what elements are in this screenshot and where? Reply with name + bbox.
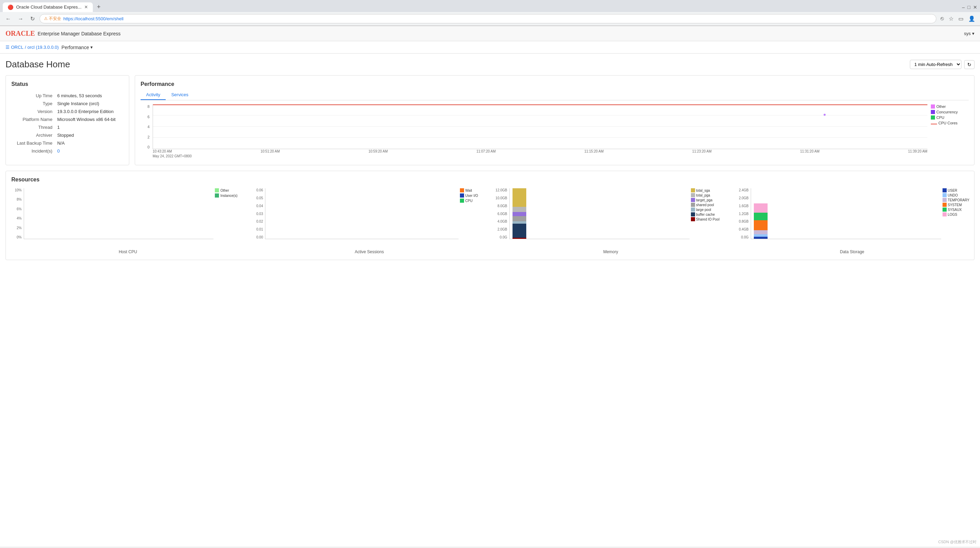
active-sessions-title: Active Sessions (253, 249, 486, 254)
address-bar[interactable]: ⚠ 不安全 https://localhost:5500/em/shell (40, 14, 936, 23)
buffer-cache-bar (512, 224, 526, 238)
page-content: Database Home 1 min Auto-Refresh ↻ Statu… (0, 54, 980, 265)
status-value: Single Instance (orcl) (57, 100, 123, 107)
status-table: Up Time6 minutes, 53 secondsTypeSingle I… (11, 91, 123, 155)
chart-date: May 24, 2022 GMT+0800 (153, 154, 192, 158)
performance-dropdown-icon: ▾ (91, 44, 93, 50)
main-grid: Status Up Time6 minutes, 53 secondsTypeS… (5, 75, 975, 165)
performance-label: Performance (62, 44, 89, 50)
security-warning-icon: ⚠ 不安全 (44, 16, 61, 22)
new-tab-button[interactable]: + (94, 2, 103, 12)
close-icon[interactable]: ✕ (973, 5, 977, 10)
refresh-select[interactable]: 1 min Auto-Refresh (910, 60, 961, 69)
active-sessions-chart: 0.00 0.01 0.02 0.03 0.04 0.05 0.06 (253, 188, 486, 254)
legend-other: Other (215, 188, 244, 192)
tab-favicon: 🔴 (8, 5, 13, 10)
status-card: Status Up Time6 minutes, 53 secondsTypeS… (5, 75, 129, 165)
system-bar (754, 220, 768, 230)
legend-userio-color (460, 194, 464, 197)
performance-chart: 0 2 4 6 8 (141, 105, 969, 159)
bookmark-icon[interactable]: ☆ (947, 14, 955, 23)
maximize-icon[interactable]: □ (967, 5, 970, 10)
tab-close-button[interactable]: ✕ (84, 5, 88, 10)
status-label: Version (12, 108, 56, 115)
sysaux-bar (754, 213, 768, 220)
profile-icon[interactable]: 👤 (967, 14, 977, 23)
back-button[interactable]: ← (3, 14, 13, 23)
chart-plot (153, 105, 928, 149)
host-cpu-y-axis: 0% 2% 4% 6% 8% 10% (11, 188, 22, 239)
forward-button[interactable]: → (16, 14, 25, 23)
tablet-icon[interactable]: ▭ (957, 14, 965, 23)
status-row: Last Backup TimeN/A (12, 140, 123, 147)
memory-plot (509, 188, 690, 239)
resources-grid: 0% 2% 4% 6% 8% 10% (11, 188, 969, 254)
oracle-logo: ORACLE (5, 30, 35, 37)
status-label: Type (12, 100, 56, 107)
status-label: Up Time (12, 92, 56, 99)
chart-legend: Other Concurrency CPU CPU Cores (931, 105, 969, 126)
breadcrumb-instance-link[interactable]: orcl (19.3.0.0.0) (27, 44, 59, 50)
status-value: 6 minutes, 53 seconds (57, 92, 123, 99)
breadcrumb-home-icon: ☰ (5, 44, 10, 50)
tab-activity[interactable]: Activity (141, 90, 166, 100)
total-sga-bar (512, 188, 526, 207)
status-row: Version19.3.0.0.0 Enterprise Edition (12, 108, 123, 115)
tab-services[interactable]: Services (166, 90, 194, 100)
user-menu[interactable]: sys ▾ (964, 31, 975, 36)
status-value: N/A (57, 140, 123, 147)
reload-button[interactable]: ↻ (28, 14, 37, 23)
status-row: Platform NameMicrosoft Windows x86 64-bi… (12, 116, 123, 123)
breadcrumb-home-link[interactable]: ORCL (11, 44, 23, 50)
memory-y-axis: 0.0G 2.0GB 4.0GB 6.0GB 8.0GB 10.0GB 12.0… (494, 188, 508, 239)
total-pga-bar (512, 207, 526, 212)
performance-menu[interactable]: Performance ▾ (62, 44, 93, 50)
legend-user-io: User I/O (460, 194, 486, 197)
share-icon[interactable]: ⎋ (939, 14, 945, 23)
undo-bar (754, 234, 768, 237)
app-nav: ☰ ORCL / orcl (19.3.0.0.0) Performance ▾ (0, 41, 980, 54)
legend-cpu-color (931, 116, 935, 119)
window-controls: – □ ✕ (962, 5, 977, 10)
legend-instance: Instance(s) (215, 194, 244, 197)
legend-instance-color (215, 194, 219, 197)
host-cpu-chart: 0% 2% 4% 6% 8% 10% (11, 188, 244, 254)
status-label: Incident(s) (12, 148, 56, 155)
storage-y-axis: 0.0G 0.4GB 0.8GB 1.2GB 1.6GB 2.0GB 2.4GB (736, 188, 749, 239)
grid-line-2 (153, 137, 928, 138)
minimize-icon[interactable]: – (962, 5, 965, 10)
status-value: 19.3.0.0.0 Enterprise Edition (57, 108, 123, 115)
memory-chart: 0.0G 2.0GB 4.0GB 6.0GB 8.0GB 10.0GB 12.0… (494, 188, 727, 254)
storage-legend: USER UNDO TEMPORARY SYSTEM (943, 188, 969, 216)
activity-dot (824, 114, 826, 116)
incident-link[interactable]: 0 (57, 148, 59, 154)
page-title: Database Home (5, 59, 70, 70)
browser-toolbar: ← → ↻ ⚠ 不安全 https://localhost:5500/em/sh… (0, 12, 980, 26)
app-brand-name: Enterprise Manager Database Express (38, 31, 121, 37)
status-value: Stopped (57, 132, 123, 139)
status-label: Platform Name (12, 116, 56, 123)
refresh-button[interactable]: ↻ (964, 60, 975, 69)
shared-io-pool-bar (512, 238, 526, 239)
browser-chrome: 🔴 Oracle Cloud Database Expres... ✕ + – … (0, 0, 980, 26)
grid-line-6 (153, 115, 928, 116)
memory-title: Memory (494, 249, 727, 254)
storage-plot (751, 188, 941, 239)
memory-legend: total_sga total_pga target_pga shared po… (691, 188, 727, 221)
sessions-legend: Wait User I/O CPU (460, 188, 486, 203)
logs-bar (754, 203, 768, 212)
legend-cpu: CPU (460, 199, 486, 203)
data-storage-title: Data Storage (736, 249, 969, 254)
performance-title: Performance (141, 81, 969, 87)
large-pool-bar (512, 221, 526, 224)
url-text: https://localhost:5500/em/shell (63, 16, 123, 21)
host-cpu-plot (24, 188, 213, 239)
user-label: sys (964, 31, 971, 36)
status-value: 0 (57, 148, 123, 155)
legend-cpu-cores-line (931, 124, 937, 124)
status-row: ArchiverStopped (12, 132, 123, 139)
status-label: Last Backup Time (12, 140, 56, 147)
watermark: CSDN @优雅求不过时 (939, 539, 977, 545)
resources-title: Resources (11, 176, 969, 183)
active-tab[interactable]: 🔴 Oracle Cloud Database Expres... ✕ (3, 2, 93, 12)
